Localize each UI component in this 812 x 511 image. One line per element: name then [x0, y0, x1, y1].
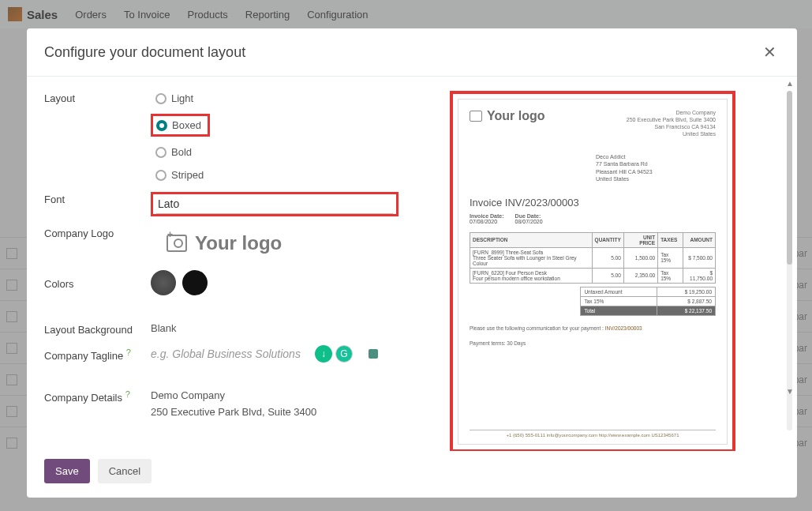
- grammarly-badges: ↓ G: [315, 345, 353, 363]
- preview-highlight: Your logo Demo Company 250 Executive Par…: [450, 91, 735, 451]
- modal-scrollbar[interactable]: [787, 91, 792, 430]
- configure-layout-modal: Configure your document layout ✕ Layout …: [27, 28, 797, 498]
- label-company-logo: Company Logo: [44, 226, 151, 239]
- modal-title: Configure your document layout: [44, 44, 245, 61]
- logo-upload[interactable]: Your logo: [151, 226, 297, 261]
- scroll-up-icon[interactable]: ▲: [786, 79, 794, 88]
- font-select[interactable]: [156, 194, 393, 214]
- preview-invoice-title: Invoice INV/2023/00003: [470, 197, 716, 209]
- radio-striped[interactable]: Striped: [151, 167, 210, 182]
- radio-boxed[interactable]: Boxed: [151, 114, 210, 137]
- table-row: [FURN_6220] Four Person DeskFour person …: [470, 268, 716, 283]
- preview-footer: +1 (650) 555-0111 info@yourcompany.com h…: [470, 430, 716, 438]
- help-icon[interactable]: ?: [126, 348, 131, 357]
- grammarly-icon[interactable]: ↓: [315, 345, 332, 363]
- preview-company-address: Demo Company 250 Executive Park Blvd, Su…: [627, 109, 716, 137]
- color-swatches: [151, 270, 208, 295]
- form-column: Layout Light Boxed Bold Striped Font Com…: [44, 91, 399, 451]
- label-font: Font: [44, 192, 151, 205]
- radio-icon: [155, 147, 167, 158]
- label-company-tagline: Company Tagline ?: [44, 346, 151, 362]
- radio-bold[interactable]: Bold: [151, 145, 210, 160]
- resize-handle-icon[interactable]: [369, 349, 378, 359]
- preview-payment-terms: Payment terms: 30 Days: [470, 340, 716, 346]
- layout-radio-group: Light Boxed Bold Striped: [151, 91, 210, 182]
- label-layout: Layout: [44, 91, 151, 104]
- row-layout: Layout Light Boxed Bold Striped: [44, 91, 399, 182]
- row-font: Font: [44, 192, 399, 216]
- secondary-color-swatch[interactable]: [182, 270, 208, 295]
- tagline-input[interactable]: [151, 348, 309, 360]
- company-details-text[interactable]: Demo Company 250 Executive Park Blvd, Su…: [151, 388, 316, 421]
- save-button[interactable]: Save: [44, 459, 90, 483]
- close-button[interactable]: ✕: [760, 39, 780, 65]
- grammarly-icon[interactable]: G: [335, 345, 353, 363]
- modal-header: Configure your document layout ✕: [27, 28, 797, 77]
- row-company-tagline: Company Tagline ? ↓ G: [44, 345, 399, 363]
- modal-body: Layout Light Boxed Bold Striped Font Com…: [27, 77, 797, 451]
- layout-background-value[interactable]: Blank: [151, 322, 177, 334]
- radio-icon: [156, 120, 167, 131]
- close-icon: ✕: [763, 43, 776, 61]
- label-colors: Colors: [44, 276, 151, 290]
- preview-dates: Invoice Date:07/08/2020 Due Date:08/07/2…: [470, 213, 716, 224]
- cancel-button[interactable]: Cancel: [98, 459, 152, 483]
- help-icon[interactable]: ?: [125, 389, 130, 399]
- font-highlight: [151, 192, 399, 216]
- logo-placeholder-text: Your logo: [195, 232, 282, 254]
- radio-icon: [155, 93, 167, 104]
- preview-payment-note: Please use the following communication f…: [470, 325, 716, 331]
- table-row: [FURN_8999] Three-Seat SofaThree Seater …: [470, 247, 716, 268]
- camera-icon: [167, 235, 187, 252]
- label-company-details: Company Details ?: [44, 388, 151, 404]
- scroll-down-icon[interactable]: ▼: [786, 387, 794, 396]
- preview-column: Your logo Demo Company 250 Executive Par…: [399, 91, 786, 451]
- primary-color-swatch[interactable]: [151, 270, 176, 295]
- document-preview: Your logo Demo Company 250 Executive Par…: [458, 99, 728, 445]
- preview-totals: Untaxed Amount$ 19,250.00 Tax 15%$ 2,887…: [580, 287, 716, 316]
- row-company-details: Company Details ? Demo Company 250 Execu…: [44, 388, 399, 421]
- preview-logo: Your logo: [470, 109, 544, 123]
- preview-lines-table: DESCRIPTIONQUANTITYUNIT PRICETAXESAMOUNT…: [470, 232, 716, 284]
- preview-customer-address: Deco Addict 77 Santa Barbara Rd Pleasant…: [596, 153, 716, 182]
- radio-light[interactable]: Light: [151, 91, 210, 106]
- scrollbar-thumb[interactable]: [787, 91, 792, 265]
- label-layout-background: Layout Background: [44, 322, 151, 336]
- radio-icon: [155, 170, 167, 181]
- row-layout-background: Layout Background Blank: [44, 322, 399, 336]
- row-colors: Colors: [44, 270, 399, 295]
- modal-footer: Save Cancel: [27, 451, 797, 498]
- camera-icon: [470, 111, 482, 122]
- row-company-logo: Company Logo Your logo: [44, 226, 399, 261]
